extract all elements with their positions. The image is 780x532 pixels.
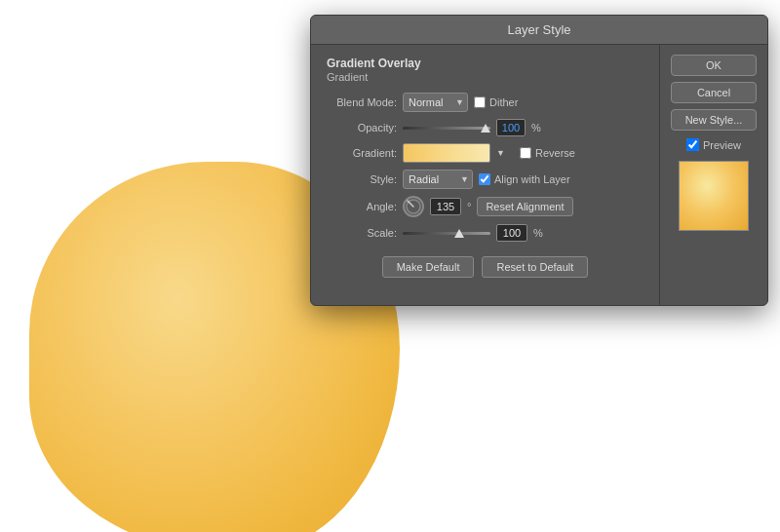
reset-to-default-button[interactable]: Reset to Default	[482, 256, 588, 278]
style-row: Style: Linear Radial Angle Reflected Dia…	[327, 170, 644, 189]
style-dropdown-wrap[interactable]: Linear Radial Angle Reflected Diamond ▼	[403, 170, 473, 189]
opacity-slider[interactable]	[403, 127, 490, 130]
dialog-body: Gradient Overlay Gradient Blend Mode: No…	[311, 45, 767, 305]
blend-mode-dropdown-wrap[interactable]: Normal Dissolve Multiply Screen Overlay …	[403, 93, 468, 112]
dialog-left-panel: Gradient Overlay Gradient Blend Mode: No…	[311, 45, 660, 305]
angle-label: Angle:	[327, 201, 397, 212]
align-layer-checkbox[interactable]	[479, 173, 490, 185]
gradient-swatch[interactable]	[403, 143, 490, 163]
gradient-dropdown-wrap[interactable]: ▼	[496, 143, 514, 163]
angle-circle[interactable]	[403, 196, 424, 217]
scale-row: Scale: 100 %	[327, 224, 644, 242]
opacity-unit: %	[531, 122, 541, 133]
reverse-label: Reverse	[535, 147, 575, 159]
layer-style-dialog: Layer Style Gradient Overlay Gradient Bl…	[310, 15, 768, 306]
scale-label: Scale:	[327, 227, 397, 239]
style-label: Style:	[327, 173, 397, 185]
gradient-row: Gradient: ▼ Reverse	[327, 143, 644, 163]
opacity-slider-container	[403, 127, 490, 130]
preview-label: Preview	[703, 139, 741, 151]
cancel-button[interactable]: Cancel	[671, 82, 757, 103]
angle-dial-icon	[405, 198, 422, 215]
ok-button[interactable]: OK	[671, 55, 757, 76]
preview-checkbox[interactable]	[686, 138, 699, 151]
dialog-right-panel: OK Cancel New Style... Preview	[660, 45, 767, 305]
opacity-value-input[interactable]: 100	[496, 119, 526, 136]
dither-checkbox-wrap: Dither	[474, 96, 518, 108]
preview-checkbox-wrap: Preview	[686, 138, 741, 151]
blend-mode-select[interactable]: Normal Dissolve Multiply Screen Overlay	[403, 93, 468, 112]
new-style-button[interactable]: New Style...	[671, 109, 757, 131]
gradient-label: Gradient:	[327, 147, 397, 159]
section-title: Gradient Overlay	[327, 57, 644, 70]
make-default-button[interactable]: Make Default	[382, 256, 475, 278]
opacity-label: Opacity:	[327, 122, 397, 133]
bottom-buttons: Make Default Reset to Default	[327, 248, 644, 289]
align-layer-label: Align with Layer	[494, 173, 570, 185]
dither-label: Dither	[489, 96, 518, 108]
angle-row: Angle: 135 ° Reset Alignment	[327, 196, 644, 217]
blend-mode-label: Blend Mode:	[327, 96, 397, 108]
align-layer-wrap: Align with Layer	[479, 173, 570, 185]
preview-thumbnail	[679, 161, 749, 231]
dialog-title: Layer Style	[507, 22, 570, 37]
opacity-row: Opacity: 100 %	[327, 119, 644, 136]
scale-slider-container	[403, 232, 490, 235]
reverse-checkbox[interactable]	[520, 147, 531, 159]
scale-slider[interactable]	[403, 232, 490, 235]
scale-value-input[interactable]: 100	[496, 224, 527, 242]
dialog-titlebar: Layer Style	[311, 16, 767, 45]
section-subtitle: Gradient	[327, 71, 644, 83]
dither-checkbox[interactable]	[474, 96, 486, 108]
scale-unit: %	[533, 227, 543, 239]
angle-value-input[interactable]: 135	[430, 198, 461, 215]
angle-unit: °	[467, 201, 471, 212]
reset-alignment-button[interactable]: Reset Alignment	[477, 197, 572, 216]
style-select[interactable]: Linear Radial Angle Reflected Diamond	[403, 170, 473, 189]
reverse-checkbox-wrap: Reverse	[520, 147, 575, 159]
blend-mode-row: Blend Mode: Normal Dissolve Multiply Scr…	[327, 93, 644, 112]
